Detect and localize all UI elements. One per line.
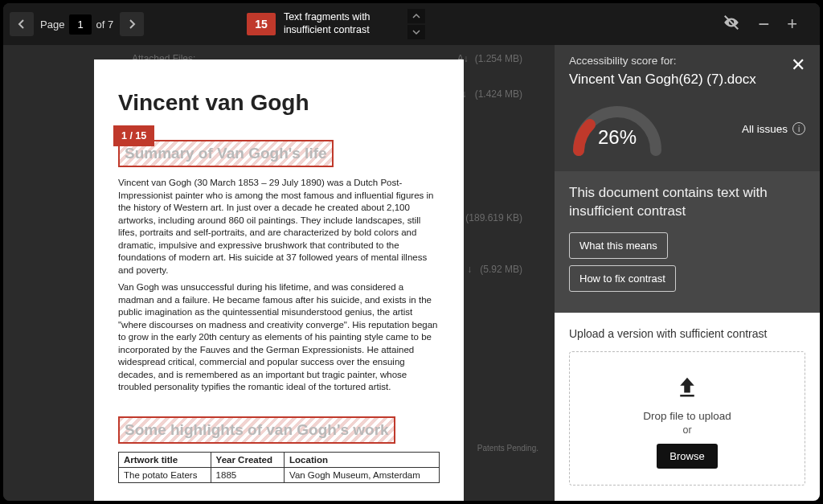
issue-nav <box>407 9 425 39</box>
all-issues-link[interactable]: All issues i <box>742 122 805 135</box>
how-to-fix-button[interactable]: How to fix contrast <box>569 265 676 292</box>
toolbar: Page 1 of 7 15 Text fragments with insuf… <box>3 3 820 45</box>
zoom-in-button[interactable]: + <box>787 14 797 35</box>
upload-icon <box>675 375 699 399</box>
table-cell: 1885 <box>211 467 284 482</box>
issue-description: Text fragments with insufficient contras… <box>284 11 396 36</box>
doc-paragraph: Van Gogh was unsuccessful during his lif… <box>118 281 440 394</box>
visibility-off-icon[interactable] <box>723 14 740 35</box>
prev-issue-button[interactable] <box>407 9 425 23</box>
table-cell: Van Gogh Museum, Amsterdam <box>285 467 440 482</box>
toolbar-icons: − + <box>723 13 797 35</box>
artworks-table: Artwork title Year Created Location The … <box>118 452 440 483</box>
file-size: (5.92 MB) <box>480 264 522 275</box>
score-for-label: Accessibility score for: <box>569 55 756 67</box>
table-cell: The potato Eaters <box>119 467 211 482</box>
table-header: Year Created <box>211 452 284 467</box>
page-indicator: Page 1 of 7 <box>40 14 113 35</box>
patents-label: Patents Pending. <box>477 444 538 453</box>
document-page: Vincent van Gogh 1 / 15 Summary of Van G… <box>94 59 464 501</box>
close-panel-button[interactable]: ✕ <box>791 55 805 88</box>
info-icon: i <box>792 122 805 135</box>
accessibility-panel: Accessibility score for: Vincent Van Gog… <box>555 45 820 501</box>
next-page-button[interactable] <box>120 12 144 36</box>
issue-position-chip: 1 / 15 <box>113 125 154 146</box>
upload-instruction: Upload a version with sufficient contras… <box>569 327 805 340</box>
next-issue-button[interactable] <box>407 25 425 39</box>
score-value: 26% <box>569 126 665 149</box>
page-label: Page <box>40 18 64 31</box>
or-label: or <box>578 424 796 436</box>
table-header: Location <box>285 452 440 467</box>
issue-count: 15 <box>247 13 276 35</box>
browse-button[interactable]: Browse <box>657 444 717 469</box>
doc-paragraph: Vincent van Gogh (30 March 1853 – 29 Jul… <box>118 177 440 277</box>
page-number-input[interactable]: 1 <box>69 14 91 35</box>
document-viewer[interactable]: Attached Files: A↓(1.254 MB) ty.pdf A↓ (… <box>3 45 555 501</box>
issue-message: This document contains text with insuffi… <box>569 184 805 221</box>
file-dropzone[interactable]: Drop file to upload or Browse <box>569 351 805 486</box>
file-size: (1.254 MB) <box>475 53 522 64</box>
what-this-means-button[interactable]: What this means <box>569 232 668 259</box>
document-filename: Vincent Van Gogh(62) (7).docx <box>569 72 756 88</box>
doc-heading: Vincent van Gogh <box>118 90 440 116</box>
issue-badge: 15 Text fragments with insufficient cont… <box>247 9 425 39</box>
file-size: (189.619 KB) <box>465 212 522 223</box>
file-size: (1.424 MB) <box>475 88 522 100</box>
score-gauge: 26% <box>569 99 665 158</box>
page-total: of 7 <box>96 18 114 31</box>
flagged-heading[interactable]: Some highlights of van Gogh's work <box>118 416 395 444</box>
prev-page-button[interactable] <box>10 12 34 36</box>
table-row: The potato Eaters 1885 Van Gogh Museum, … <box>119 467 440 482</box>
table-header: Artwork title <box>119 452 211 467</box>
zoom-out-button[interactable]: − <box>758 13 769 35</box>
drop-label: Drop file to upload <box>578 410 796 422</box>
